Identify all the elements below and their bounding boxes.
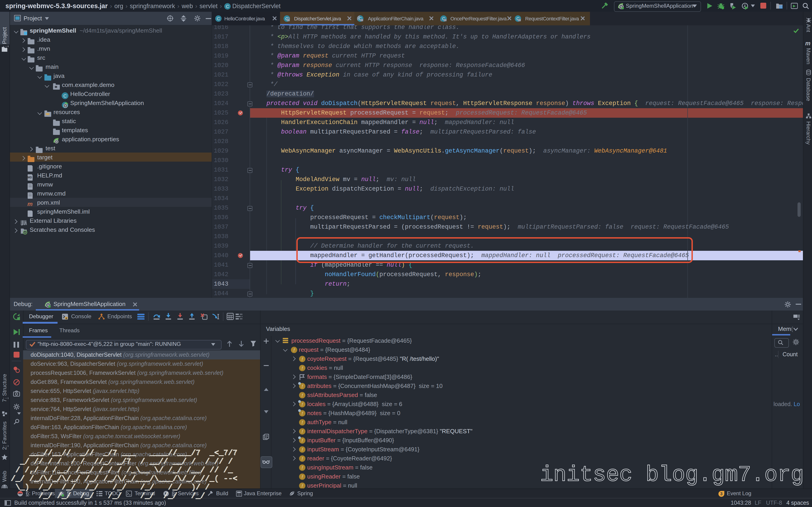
svg-text:C: C — [226, 4, 229, 9]
svg-text:C: C — [217, 16, 220, 21]
svg-text:3: 3 — [720, 491, 722, 496]
svg-text:C: C — [63, 94, 67, 99]
